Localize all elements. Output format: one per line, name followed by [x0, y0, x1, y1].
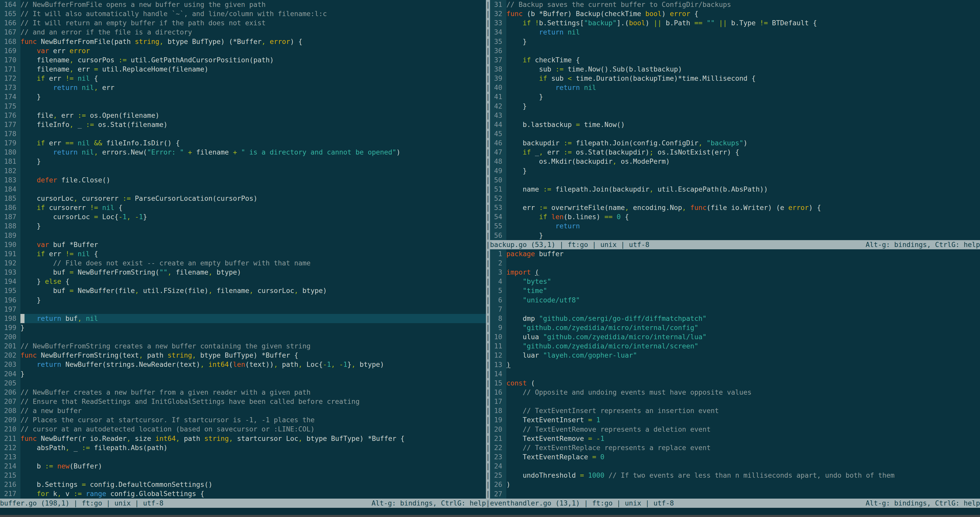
code-line[interactable]: 199} [0, 323, 486, 332]
code-line[interactable]: 1package buffer [490, 249, 980, 258]
code-line[interactable]: 47 if _, err := os.Stat(backupdir); os.I… [490, 148, 980, 157]
code-line[interactable]: 8 dmp "github.com/sergi/go-diff/diffmatc… [490, 314, 980, 323]
code-line[interactable]: 12 luar "layeh.com/gopher-luar" [490, 351, 980, 360]
code-line[interactable]: 174 } [0, 92, 486, 101]
code-line[interactable]: 34 return nil [490, 27, 980, 37]
code-line[interactable]: 14 [490, 369, 980, 378]
code-line[interactable]: 217 for k, v := range config.GlobalSetti… [0, 489, 486, 498]
code-line[interactable]: 33 if !b.Settings["backup"].(bool) || b.… [490, 18, 980, 27]
code-line[interactable]: 176 file, err := os.Open(filename) [0, 111, 486, 120]
code-line[interactable]: 187 cursorLoc = Loc{-1, -1} [0, 212, 486, 222]
code-line[interactable]: 181 } [0, 157, 486, 166]
code-line[interactable]: 20 // TextEventRemove represents a delet… [490, 425, 980, 434]
code-line[interactable]: 213 [0, 452, 486, 461]
code-line[interactable]: 211func NewBuffer(r io.Reader, size int6… [0, 434, 486, 443]
code-line[interactable]: 214 b := new(Buffer) [0, 461, 486, 471]
code-line[interactable]: 43 [490, 111, 980, 120]
code-line[interactable]: 17 [490, 397, 980, 406]
code-line[interactable]: 182 [0, 166, 486, 176]
pane-divider[interactable]: ||||||||||||||||||||||||||||||||||||||||… [486, 0, 490, 508]
code-line[interactable]: 37 if checkTime { [490, 56, 980, 65]
code-line[interactable]: 23 TextEventReplace = 0 [490, 452, 980, 461]
code-line[interactable]: 165// It will also automatically handle … [0, 9, 486, 18]
code-line[interactable]: 200 [0, 332, 486, 341]
code-line[interactable]: 171 filename, err = util.ReplaceHome(fil… [0, 65, 486, 74]
code-line[interactable]: 195 buf = NewBuffer(file, util.FSize(fil… [0, 286, 486, 295]
code-line[interactable]: 216 b.Settings = config.DefaultCommonSet… [0, 480, 486, 489]
code-line[interactable]: 53 err := overwriteFile(name, encoding.N… [490, 203, 980, 212]
code-line[interactable]: 44 b.lastbackup = time.Now() [490, 120, 980, 129]
code-line[interactable]: 40 return nil [490, 83, 980, 92]
code-line[interactable]: 203 return NewBuffer(strings.NewReader(t… [0, 360, 486, 369]
code-line[interactable]: 9 "github.com/zyedidia/micro/internal/co… [490, 323, 980, 332]
code-line[interactable]: 42 } [490, 102, 980, 111]
code-line[interactable]: 3import ( [490, 268, 980, 277]
code-line[interactable]: 26) [490, 480, 980, 489]
editor-pane-buffer-go[interactable]: 164// NewBufferFromFile opens a new buff… [0, 0, 486, 499]
code-line[interactable]: 46 backupdir := filepath.Join(config.Con… [490, 139, 980, 148]
code-line[interactable]: 7 [490, 305, 980, 314]
code-line[interactable]: 10 ulua "github.com/zyedidia/micro/inter… [490, 332, 980, 341]
code-line[interactable]: 5 "time" [490, 286, 980, 295]
code-line[interactable]: 168func NewBufferFromFile(path string, b… [0, 37, 486, 46]
code-line[interactable]: 21 TextEventRemove = -1 [490, 434, 980, 443]
code-line[interactable]: 39 if sub < time.Duration(backupTime)*ti… [490, 74, 980, 83]
editor-pane-eventhandler-go[interactable]: 1package buffer23import (4 "bytes"5 "tim… [490, 249, 980, 499]
code-line[interactable]: 215 [0, 471, 486, 480]
code-line[interactable]: 207// Ensure that ReadSettings and InitG… [0, 397, 486, 406]
code-line[interactable]: 180 return nil, errors.New("Error: " + f… [0, 148, 486, 157]
code-line[interactable]: 193 buf = NewBufferFromString("", filena… [0, 268, 486, 277]
code-line[interactable]: 32func (b *Buffer) Backup(checkTime bool… [490, 9, 980, 18]
code-line[interactable]: 22 // TextEventReplace represents a repl… [490, 443, 980, 452]
code-line[interactable]: 186 if cursorerr != nil { [0, 203, 486, 212]
code-line[interactable]: 189 [0, 231, 486, 240]
code-line[interactable]: 164// NewBufferFromFile opens a new buff… [0, 0, 486, 9]
code-line[interactable]: 18 // TextEventInsert represents an inse… [490, 406, 980, 415]
code-line[interactable]: 208// a new buffer [0, 406, 486, 415]
code-line[interactable]: 173 return nil, err [0, 83, 486, 92]
code-line[interactable]: 175 [0, 102, 486, 111]
code-line[interactable]: 36 [490, 46, 980, 56]
code-line[interactable]: 197 [0, 305, 486, 314]
code-line[interactable]: 201// NewBufferFromString creates a new … [0, 341, 486, 351]
code-line[interactable]: 54 if len(b.lines) == 0 { [490, 212, 980, 222]
code-line[interactable]: 56 } [490, 231, 980, 240]
code-line[interactable]: 209// Places the cursor at startcursor. … [0, 415, 486, 424]
code-line[interactable]: 204} [0, 369, 486, 378]
code-line[interactable]: 41 } [490, 92, 980, 101]
code-line[interactable]: 179 if err == nil && fileInfo.IsDir() { [0, 139, 486, 148]
code-line[interactable]: 48 os.Mkdir(backupdir, os.ModePerm) [490, 157, 980, 166]
code-line[interactable]: 212 absPath, _ := filepath.Abs(path) [0, 443, 486, 452]
code-line[interactable]: 19 TextEventInsert = 1 [490, 415, 980, 424]
code-line[interactable]: 55 return [490, 222, 980, 231]
code-line[interactable]: 15const ( [490, 378, 980, 388]
code-line[interactable]: 11 "github.com/zyedidia/micro/internal/s… [490, 341, 980, 351]
code-line[interactable]: 172 if err != nil { [0, 74, 486, 83]
code-line[interactable]: 177 fileInfo, _ := os.Stat(filename) [0, 120, 486, 129]
code-line[interactable]: 184 [0, 185, 486, 194]
code-line[interactable]: 194 } else { [0, 277, 486, 286]
code-line[interactable]: 191 if err != nil { [0, 249, 486, 258]
code-line[interactable]: 49 } [490, 166, 980, 176]
code-line[interactable]: 4 "bytes" [490, 277, 980, 286]
code-line[interactable]: 13) [490, 360, 980, 369]
code-line[interactable]: 198 return buf, nil [0, 314, 486, 323]
code-line[interactable]: 178 [0, 129, 486, 139]
code-line[interactable]: 188 } [0, 222, 486, 231]
code-line[interactable]: 196 } [0, 295, 486, 305]
code-line[interactable]: 50 [490, 176, 980, 185]
code-line[interactable]: 51 name := filepath.Join(backupdir, util… [490, 185, 980, 194]
code-line[interactable]: 38 sub := time.Now().Sub(b.lastbackup) [490, 65, 980, 74]
code-line[interactable]: 27 [490, 490, 980, 499]
code-line[interactable]: 31// Backup saves the current buffer to … [490, 0, 980, 9]
editor-pane-backup-go[interactable]: 31// Backup saves the current buffer to … [490, 0, 980, 240]
code-line[interactable]: 206// NewBuffer creates a new buffer fro… [0, 388, 486, 397]
code-line[interactable]: 2 [490, 258, 980, 268]
code-line[interactable]: 35 } [490, 37, 980, 46]
code-line[interactable]: 45 [490, 129, 980, 139]
code-line[interactable]: 185 cursorLoc, cursorerr := ParseCursorL… [0, 194, 486, 203]
code-line[interactable]: 169 var err error [0, 46, 486, 56]
code-line[interactable]: 183 defer file.Close() [0, 176, 486, 185]
code-line[interactable]: 25 undoThreshold = 1000 // If two events… [490, 471, 980, 480]
code-line[interactable]: 166// It will return an empty buffer if … [0, 18, 486, 27]
